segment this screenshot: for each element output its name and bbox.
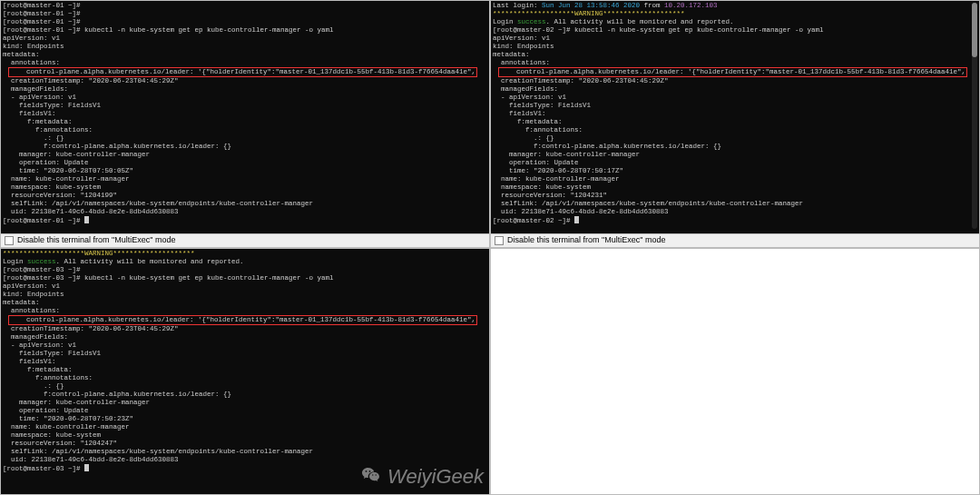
terminal-line: [root@master-01 ~]# kubectl -n kube-syst… [3, 26, 487, 35]
terminal-line: f:annotations: [493, 126, 977, 134]
terminal-line: f:control-plane.alpha.kubernetes.io/lead… [493, 143, 977, 151]
terminal-line: managedFields: [3, 85, 487, 94]
terminal-line: apiVersion: v1 [3, 282, 487, 291]
terminal-line: manager: kube-controller-manager [3, 151, 487, 159]
pane-empty [490, 248, 980, 496]
terminal-line: [root@master-03 ~]# kubectl -n kube-syst… [3, 274, 487, 282]
terminal-master-01[interactable]: [root@master-01 ~]#[root@master-01 ~]#[r… [1, 1, 489, 233]
terminal-line: resourceVersion: "1204199" [3, 192, 487, 200]
pane-master-03: ********************WARNING*************… [0, 248, 490, 496]
terminal-line: fieldsType: FieldsV1 [493, 102, 977, 110]
terminal-line: metadata: [3, 299, 487, 307]
login-success-line: Login success. All activity will be moni… [493, 18, 977, 26]
terminal-line: f:annotations: [3, 374, 487, 382]
pane-master-02: Last login: Sun Jun 28 13:58:46 2020 fro… [490, 0, 980, 248]
terminal-line: creationTimestamp: "2020-06-23T04:45:29Z… [493, 77, 977, 85]
leader-annotation-highlight: control-plane.alpha.kubernetes.io/leader… [8, 315, 477, 325]
multiexec-footer-2: Disable this terminal from "MultiExec" m… [491, 233, 979, 247]
terminal-line: f:metadata: [493, 118, 977, 126]
warning-banner: ********************WARNING*************… [3, 250, 487, 258]
terminal-line: fieldsV1: [493, 110, 977, 118]
terminal-line: time: "2020-06-28T07:50:17Z" [493, 167, 977, 175]
terminal-line: fieldsType: FieldsV1 [3, 102, 487, 110]
terminal-line: time: "2020-06-28T07:50:05Z" [3, 167, 487, 175]
cursor [574, 216, 579, 223]
terminal-line: namespace: kube-system [3, 431, 487, 440]
terminal-line: uid: 22138e71-49c6-4bdd-8e2e-8db4dd63088… [3, 456, 487, 464]
terminal-line: annotations: [3, 59, 487, 67]
multiexec-disable-label: Disable this terminal from "MultiExec" m… [17, 236, 175, 244]
terminal-line: f:metadata: [3, 118, 487, 126]
leader-annotation-highlight: control-plane.alpha.kubernetes.io/leader… [8, 67, 477, 77]
terminal-line: - apiVersion: v1 [493, 94, 977, 102]
multiexec-footer-1: Disable this terminal from "MultiExec" m… [1, 233, 489, 247]
terminal-line: [root@master-01 ~]# [3, 2, 487, 10]
terminal-line: [root@master-01 ~]# [3, 10, 487, 18]
leader-annotation-highlight: control-plane.alpha.kubernetes.io/leader… [498, 67, 967, 77]
terminal-line: selfLink: /api/v1/namespaces/kube-system… [3, 200, 487, 208]
terminal-line: [root@master-03 ~]# [3, 266, 487, 274]
warning-banner: ********************WARNING*************… [493, 10, 977, 18]
terminal-line: managedFields: [493, 85, 977, 94]
terminal-line: time: "2020-06-28T07:50:23Z" [3, 415, 487, 423]
terminal-line: resourceVersion: "1204231" [493, 192, 977, 200]
terminal-line: selfLink: /api/v1/namespaces/kube-system… [493, 200, 977, 208]
terminal-line: [root@master-01 ~]# [3, 18, 487, 26]
terminal-line: apiVersion: v1 [493, 35, 977, 43]
shell-prompt[interactable]: [root@master-02 ~]# [493, 216, 977, 225]
terminal-master-03[interactable]: ********************WARNING*************… [1, 249, 489, 495]
terminal-line: operation: Update [3, 407, 487, 415]
terminal-line: metadata: [493, 51, 977, 59]
terminal-line: metadata: [3, 51, 487, 59]
terminal-line: operation: Update [3, 159, 487, 167]
last-login-line: Last login: Sun Jun 28 13:58:46 2020 fro… [493, 2, 977, 10]
terminal-line: .: {} [3, 382, 487, 391]
terminal-line: f:control-plane.alpha.kubernetes.io/lead… [3, 391, 487, 399]
terminal-line: uid: 22138e71-49c6-4bdd-8e2e-8db4dd63088… [493, 208, 977, 216]
terminal-line: operation: Update [493, 159, 977, 167]
terminal-line: kind: Endpoints [3, 43, 487, 51]
terminal-line: name: kube-controller-manager [493, 175, 977, 183]
terminal-line: namespace: kube-system [3, 183, 487, 192]
terminal-line: name: kube-controller-manager [3, 175, 487, 183]
terminal-line: manager: kube-controller-manager [493, 151, 977, 159]
shell-prompt[interactable]: [root@master-01 ~]# [3, 216, 487, 225]
terminal-line: .: {} [3, 134, 487, 143]
scrollbar-thumb[interactable] [972, 3, 977, 57]
terminal-line: annotations: [3, 307, 487, 315]
multiexec-disable-checkbox[interactable] [495, 236, 504, 245]
pane-grid: [root@master-01 ~]#[root@master-01 ~]#[r… [0, 0, 980, 495]
login-success-line: Login success. All activity will be moni… [3, 258, 487, 266]
terminal-line: namespace: kube-system [493, 183, 977, 192]
terminal-line: kind: Endpoints [493, 43, 977, 51]
terminal-line: - apiVersion: v1 [3, 94, 487, 102]
terminal-line: [root@master-02 ~]# kubectl -n kube-syst… [493, 26, 977, 35]
terminal-line: selfLink: /api/v1/namespaces/kube-system… [3, 448, 487, 456]
terminal-line: fieldsType: FieldsV1 [3, 350, 487, 358]
pane-master-01: [root@master-01 ~]#[root@master-01 ~]#[r… [0, 0, 490, 248]
terminal-line: f:control-plane.alpha.kubernetes.io/lead… [3, 143, 487, 151]
terminal-line: resourceVersion: "1204247" [3, 440, 487, 448]
terminal-line: creationTimestamp: "2020-06-23T04:45:29Z… [3, 325, 487, 333]
terminal-line: f:metadata: [3, 366, 487, 374]
shell-prompt[interactable]: [root@master-03 ~]# [3, 464, 487, 473]
terminal-line: managedFields: [3, 333, 487, 342]
terminal-line: name: kube-controller-manager [3, 423, 487, 431]
cursor [84, 216, 89, 223]
terminal-master-02[interactable]: Last login: Sun Jun 28 13:58:46 2020 fro… [491, 1, 979, 233]
terminal-line: fieldsV1: [3, 358, 487, 366]
multiexec-disable-label: Disable this terminal from "MultiExec" m… [507, 236, 665, 244]
terminal-line: fieldsV1: [3, 110, 487, 118]
terminal-line: uid: 22138e71-49c6-4bdd-8e2e-8db4dd63088… [3, 208, 487, 216]
terminal-line: f:annotations: [3, 126, 487, 134]
cursor [84, 464, 89, 471]
terminal-line: kind: Endpoints [3, 291, 487, 299]
multiexec-disable-checkbox[interactable] [5, 236, 14, 245]
scrollbar[interactable] [972, 3, 977, 229]
terminal-line: creationTimestamp: "2020-06-23T04:45:29Z… [3, 77, 487, 85]
terminal-line: annotations: [493, 59, 977, 67]
terminal-line: - apiVersion: v1 [3, 342, 487, 350]
terminal-line: .: {} [493, 134, 977, 143]
terminal-line: apiVersion: v1 [3, 35, 487, 43]
terminal-line: manager: kube-controller-manager [3, 399, 487, 407]
